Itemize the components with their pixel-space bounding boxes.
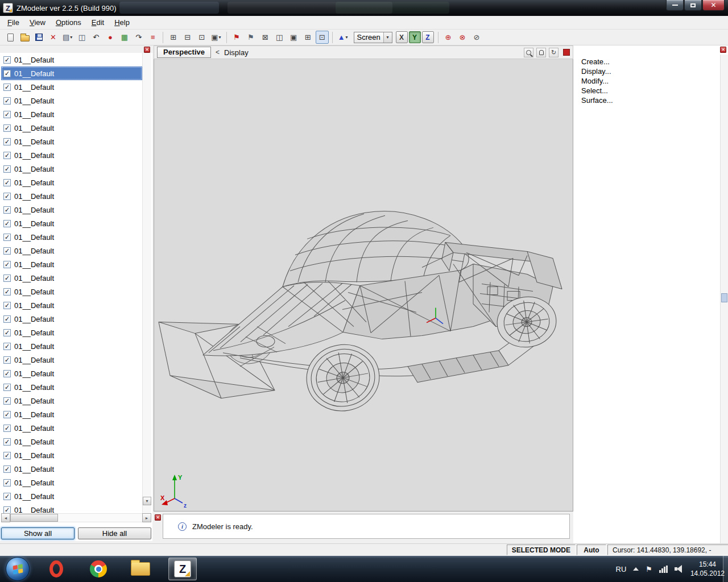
- axes-move-icon[interactable]: ⊕: [442, 31, 455, 44]
- layer-row[interactable]: ✓01__Default: [1, 339, 142, 353]
- language-indicator[interactable]: RU: [616, 565, 627, 573]
- layer-row[interactable]: ✓01__Default: [1, 408, 142, 421]
- layer-row[interactable]: ✓01__Default: [1, 448, 142, 462]
- flag-red-icon[interactable]: ⚑: [230, 31, 243, 44]
- layer-row[interactable]: ✓01__Default: [1, 489, 142, 503]
- import-box-icon[interactable]: ◫: [75, 31, 88, 44]
- layer-visibility-checkbox[interactable]: ✓: [3, 152, 11, 159]
- layer-visibility-checkbox[interactable]: ✓: [3, 343, 11, 350]
- layer-visibility-checkbox[interactable]: ✓: [3, 356, 11, 364]
- pan-hand-icon[interactable]: [536, 48, 546, 57]
- hidden-icons-chevron-icon[interactable]: [633, 567, 639, 571]
- taskbar-chrome-button[interactable]: [84, 558, 113, 580]
- axis-toggle-y[interactable]: Y: [409, 31, 421, 43]
- taskbar-zmodeler-button[interactable]: Z: [168, 558, 197, 580]
- view-mode-button[interactable]: Display: [224, 48, 249, 57]
- layer-visibility-checkbox[interactable]: ✓: [3, 220, 11, 227]
- axes-scale-icon[interactable]: ⊘: [470, 31, 483, 44]
- paste-icon[interactable]: ▤▾: [61, 31, 74, 44]
- select-vertices-icon[interactable]: ⊞: [167, 31, 180, 44]
- viewport-canvas[interactable]: Y X z: [154, 59, 573, 512]
- layer-visibility-checkbox[interactable]: ✓: [3, 438, 11, 446]
- axis-toggle-z[interactable]: Z: [422, 31, 434, 43]
- show-all-button[interactable]: Show all: [1, 527, 75, 539]
- layer-visibility-checkbox[interactable]: ✓: [3, 288, 11, 296]
- layer-row[interactable]: ✓01__Default: [1, 271, 142, 285]
- scroll-left-icon[interactable]: ◄: [1, 513, 10, 522]
- redo-icon[interactable]: ↷: [132, 31, 145, 44]
- view-cube-5-icon[interactable]: ⊡: [316, 31, 329, 44]
- layer-visibility-checkbox[interactable]: ✓: [3, 247, 11, 255]
- layer-row[interactable]: ✓01__Default: [1, 53, 142, 66]
- command-link-modify[interactable]: Modify...: [581, 76, 728, 86]
- layer-visibility-checkbox[interactable]: ✓: [3, 56, 11, 64]
- layer-row[interactable]: ✓01__Default: [1, 162, 142, 176]
- layer-list-horizontal-scrollbar[interactable]: ◄ ►: [1, 513, 151, 522]
- view-cube-1-icon[interactable]: ⊠: [259, 31, 272, 44]
- record-icon[interactable]: ●: [104, 31, 117, 44]
- menu-view[interactable]: View: [24, 16, 51, 28]
- menu-file[interactable]: File: [2, 16, 24, 28]
- minimize-button[interactable]: [666, 0, 684, 11]
- layer-visibility-checkbox[interactable]: ✓: [3, 179, 11, 186]
- delete-icon[interactable]: ✕: [47, 31, 60, 44]
- new-file-icon[interactable]: [4, 31, 17, 44]
- commands-panel-scrollbar[interactable]: [720, 55, 728, 543]
- chevron-down-icon[interactable]: ▾: [346, 35, 348, 40]
- layer-visibility-checkbox[interactable]: ✓: [3, 206, 11, 214]
- layer-row[interactable]: ✓01__Default: [1, 367, 142, 380]
- layer-visibility-checkbox[interactable]: ✓: [3, 370, 11, 377]
- screen-space-dropdown[interactable]: Screen ▾: [354, 32, 392, 43]
- layer-row[interactable]: ✓01__Default: [1, 285, 142, 298]
- cone-icon[interactable]: ▲▾: [336, 31, 350, 44]
- layer-row[interactable]: ✓01__Default: [1, 148, 142, 162]
- command-link-surface[interactable]: Surface...: [581, 95, 728, 105]
- viewport-maximize-button[interactable]: [563, 49, 570, 56]
- layer-row[interactable]: ✓01__Default: [1, 326, 142, 339]
- auto-indicator[interactable]: Auto: [577, 544, 606, 555]
- layer-row[interactable]: ✓01__Default: [1, 107, 142, 121]
- clock[interactable]: 15:44 14.05.2012: [690, 560, 725, 578]
- command-link-display[interactable]: Display...: [581, 66, 728, 76]
- layer-visibility-checkbox[interactable]: ✓: [3, 124, 11, 132]
- select-faces-icon[interactable]: ⊡: [195, 31, 208, 44]
- layer-visibility-checkbox[interactable]: ✓: [3, 384, 11, 391]
- menu-edit[interactable]: Edit: [86, 16, 109, 28]
- layer-row[interactable]: ✓01__Default: [1, 230, 142, 244]
- message-close-icon[interactable]: ✕: [155, 514, 161, 521]
- layer-visibility-checkbox[interactable]: ✓: [3, 397, 11, 405]
- chevron-down-icon[interactable]: ▾: [219, 35, 221, 40]
- layer-row[interactable]: ✓01__Default: [1, 135, 142, 148]
- layer-row[interactable]: ✓01__Default: [1, 462, 142, 476]
- layer-row[interactable]: ✓01__Default: [1, 80, 142, 94]
- layer-visibility-checkbox[interactable]: ✓: [3, 261, 11, 268]
- taskbar-explorer-button[interactable]: [126, 558, 155, 580]
- layer-visibility-checkbox[interactable]: ✓: [3, 165, 11, 173]
- orbit-icon[interactable]: ↻: [549, 48, 559, 57]
- layer-row[interactable]: ✓01__Default: [1, 394, 142, 408]
- layer-visibility-checkbox[interactable]: ✓: [3, 465, 11, 473]
- maximize-button[interactable]: [684, 0, 702, 11]
- layer-visibility-checkbox[interactable]: ✓: [3, 479, 11, 487]
- layers-panel-close-icon[interactable]: ✕: [144, 47, 150, 53]
- layer-row[interactable]: ✓01__Default: [1, 203, 142, 217]
- select-mode-icon[interactable]: ▣▾: [209, 31, 222, 44]
- layer-row[interactable]: ✓01__Default: [1, 380, 142, 394]
- layer-row[interactable]: ✓01__Default: [1, 476, 142, 489]
- layer-visibility-checkbox[interactable]: ✓: [3, 84, 11, 91]
- view-cube-3-icon[interactable]: ▣: [287, 31, 300, 44]
- layer-list-vertical-scrollbar[interactable]: ▼: [142, 53, 151, 513]
- layer-visibility-checkbox[interactable]: ✓: [3, 302, 11, 309]
- view-cube-2-icon[interactable]: ◫: [273, 31, 286, 44]
- layer-visibility-checkbox[interactable]: ✓: [3, 275, 11, 282]
- layer-visibility-checkbox[interactable]: ✓: [3, 506, 11, 514]
- script-list-icon[interactable]: ≡: [146, 31, 159, 44]
- save-icon[interactable]: [32, 31, 46, 44]
- material-grid-icon[interactable]: ▦: [118, 31, 131, 44]
- layer-row[interactable]: ✓01__Default: [1, 503, 142, 513]
- layer-visibility-checkbox[interactable]: ✓: [3, 452, 11, 459]
- layer-visibility-checkbox[interactable]: ✓: [3, 234, 11, 241]
- menu-options[interactable]: Options: [51, 16, 86, 28]
- action-center-flag-icon[interactable]: ⚑: [646, 566, 652, 573]
- undo-icon[interactable]: ↶: [89, 31, 102, 44]
